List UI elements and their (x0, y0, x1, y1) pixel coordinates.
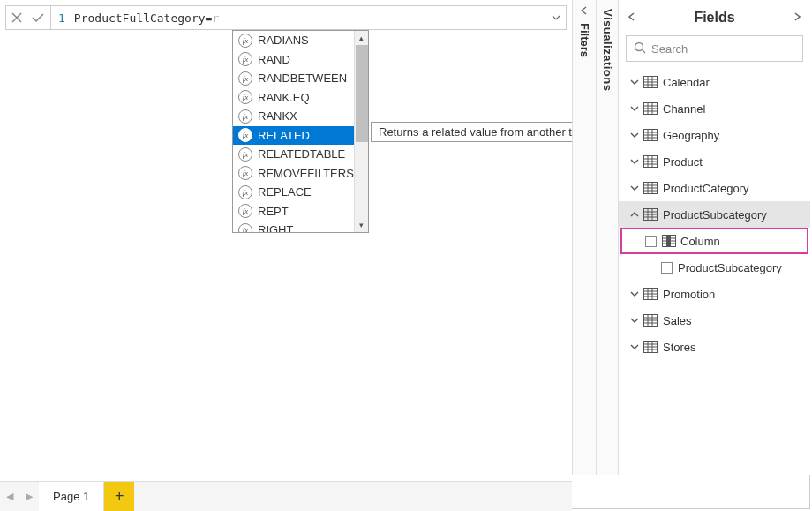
chevron-down-icon (628, 344, 642, 349)
table-icon (643, 208, 658, 221)
function-icon: fx (238, 52, 252, 66)
page-tab[interactable]: Page 1 (39, 482, 104, 511)
chevron-down-icon (628, 291, 642, 297)
chevron-down-icon (628, 79, 642, 85)
function-icon: fx (238, 128, 252, 142)
table-label: ProductCategory (663, 182, 749, 195)
table-row[interactable]: Stores (619, 334, 810, 360)
intellisense-item[interactable]: fxRELATEDTABLE (233, 145, 368, 164)
table-row[interactable]: Calendar (619, 69, 810, 95)
table-icon (643, 314, 658, 327)
chevron-down-icon (628, 318, 642, 323)
intellisense-item-label: RANKX (258, 109, 297, 123)
intellisense-item[interactable]: fxRIGHT (233, 221, 368, 232)
column-icon (662, 235, 676, 247)
visualizations-pane-collapsed[interactable]: Visualizations (597, 0, 618, 475)
intellisense-item-label: RADIANS (258, 34, 309, 47)
formula-commit-button[interactable] (27, 6, 49, 29)
visualizations-label: Visualizations (601, 9, 614, 91)
table-row[interactable]: Sales (619, 307, 810, 334)
formula-cancel-button[interactable] (6, 6, 27, 29)
page-add-button[interactable]: + (104, 482, 134, 511)
function-icon: fx (238, 34, 252, 48)
formula-expand-button[interactable] (546, 15, 566, 20)
filters-label: Filters (578, 23, 591, 57)
scroll-down-icon[interactable]: ▾ (355, 218, 368, 232)
table-label: Stores (663, 341, 696, 354)
field-row[interactable]: ProductSubcategory (619, 254, 810, 281)
field-label: Column (680, 235, 720, 248)
table-label: Sales (663, 314, 692, 327)
table-label: Geography (663, 129, 719, 142)
intellisense-item-label: RANK.EQ (258, 91, 310, 104)
intellisense-item[interactable]: fxRANKX (233, 107, 368, 126)
table-icon (643, 182, 658, 194)
chevron-up-icon (628, 212, 642, 217)
table-icon (643, 288, 658, 300)
function-icon: fx (238, 223, 252, 232)
fields-collapse-button[interactable] (628, 11, 636, 25)
intellisense-popup: fxRADIANSfxRANDfxRANDBETWEENfxRANK.EQfxR… (232, 30, 369, 233)
function-icon: fx (238, 166, 252, 180)
intellisense-item[interactable]: fxRAND (233, 50, 368, 70)
separator (50, 6, 51, 29)
table-row[interactable]: Promotion (619, 281, 810, 307)
table-row[interactable]: Product (619, 148, 810, 175)
formula-input[interactable]: ProductFullCategory=r (74, 11, 546, 25)
formula-hint-text: r (212, 11, 219, 25)
intellisense-item-label: REPT (258, 205, 289, 218)
table-icon (643, 129, 658, 141)
page-next-button[interactable]: ▶ (19, 482, 39, 511)
intellisense-item-label: RAND (258, 53, 290, 66)
field-checkbox[interactable] (661, 262, 673, 274)
field-label: ProductSubcategory (678, 261, 782, 274)
intellisense-item[interactable]: fxREMOVEFILTERS (233, 164, 368, 184)
field-checkbox[interactable] (645, 236, 657, 247)
table-row[interactable]: Geography (619, 122, 810, 148)
expand-left-icon (579, 5, 590, 16)
table-icon (643, 102, 658, 115)
table-icon (643, 155, 658, 168)
chevron-down-icon (628, 106, 642, 111)
table-label: Channel (663, 102, 705, 116)
search-icon (634, 41, 646, 56)
chevron-down-icon (628, 159, 642, 164)
intellisense-item-label: REPLACE (258, 185, 312, 199)
fields-expand-button[interactable] (793, 11, 801, 25)
intellisense-item[interactable]: fxRANK.EQ (233, 88, 368, 108)
function-icon: fx (238, 109, 252, 124)
chevron-down-icon (628, 185, 642, 191)
table-icon (643, 76, 658, 88)
table-row[interactable]: ProductSubcategory (619, 201, 810, 228)
table-row[interactable]: Channel (619, 95, 810, 122)
table-row[interactable]: ProductCategory (619, 175, 810, 201)
intellisense-item-label: RELATEDTABLE (258, 147, 345, 161)
svg-point-0 (635, 42, 643, 50)
chevron-down-icon (628, 132, 642, 138)
intellisense-item[interactable]: fxRADIANS (233, 31, 368, 50)
function-icon: fx (238, 71, 252, 86)
function-icon: fx (238, 90, 252, 104)
intellisense-item[interactable]: fxRELATED (233, 126, 368, 146)
filters-pane-collapsed[interactable]: Filters (572, 0, 597, 475)
field-row[interactable]: Column (620, 228, 808, 254)
formula-typed-text: ProductFullCategory= (74, 11, 213, 25)
search-input[interactable] (651, 42, 800, 56)
scroll-thumb[interactable] (356, 45, 368, 142)
scroll-up-icon[interactable]: ▴ (355, 31, 368, 45)
table-label: Promotion (663, 288, 715, 301)
table-label: Product (663, 155, 703, 169)
page-prev-button[interactable]: ◀ (0, 482, 19, 511)
intellisense-item-label: RANDBETWEEN (258, 71, 347, 85)
intellisense-scrollbar[interactable]: ▴ ▾ (354, 31, 368, 232)
fields-search[interactable] (626, 35, 803, 62)
intellisense-item[interactable]: fxREPT (233, 202, 368, 222)
table-label: ProductSubcategory (663, 208, 767, 222)
formula-line-number: 1 (53, 11, 74, 25)
svg-line-1 (643, 49, 646, 53)
fields-pane-title: Fields (694, 10, 734, 26)
function-icon: fx (238, 204, 252, 218)
intellisense-item[interactable]: fxREPLACE (233, 183, 368, 202)
intellisense-item-label: RIGHT (258, 223, 293, 232)
intellisense-item[interactable]: fxRANDBETWEEN (233, 69, 368, 88)
